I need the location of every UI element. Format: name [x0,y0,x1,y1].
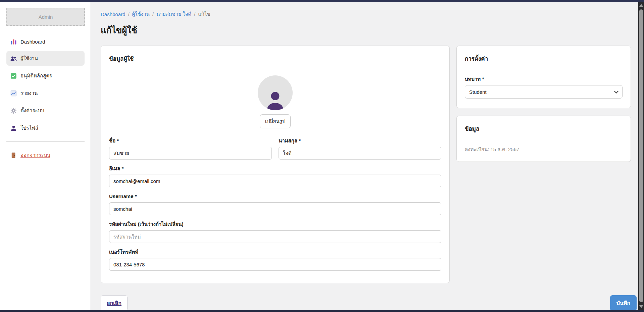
info-card-title: ข้อมูล [465,124,623,133]
settings-card: การตั้งค่า บทบาท * Student [456,46,631,108]
email-field[interactable] [109,175,441,187]
breadcrumb-link-dashboard[interactable]: Dashboard [101,11,125,17]
bar-chart-icon [10,39,17,45]
sidebar-item-reports[interactable]: รายงาน [6,86,85,101]
logout-label: ออกจากระบบ [20,151,50,159]
avatar-section: เปลี่ยนรูป [109,75,441,128]
scroll-down-icon[interactable] [639,305,643,308]
cancel-button[interactable]: ยกเลิก [101,295,128,310]
sidebar-item-label: รายงาน [20,89,38,97]
last-name-group: นามสกุล * [279,137,441,160]
page-title: แก้ไขผู้ใช้ [101,23,637,37]
breadcrumb-separator: / [128,11,129,17]
person-icon [10,125,17,131]
right-column: การตั้งค่า บทบาท * Student ข้อมูล [456,46,631,162]
phone-label: เบอร์โทรศัพท์ [109,248,441,256]
name-row: ชื่อ * นามสกุล * [109,137,441,165]
user-info-card: ข้อมูลผู้ใช้ เปลี่ยนรูป ชื่อ * [101,46,450,283]
email-group: อีเมล * [109,165,441,187]
info-card: ข้อมูล ลงทะเบียน: 15 ธ.ค. 2567 [456,116,631,162]
sidebar-item-dashboard[interactable]: Dashboard [6,35,85,48]
user-info-card-title: ข้อมูลผู้ใช้ [109,54,441,63]
app-layout: Admin Dashboard ผู้ใช้งาน อนุมัติหลักสูต… [0,2,644,310]
main-content: Dashboard / ผู้ใช้งาน / นายสมชาย ใจดี / … [90,2,644,310]
sidebar-item-profile[interactable]: โปรไฟล์ [6,121,85,135]
brand-placeholder: Admin [6,8,85,26]
password-label: รหัสผ่านใหม่ (เว้นว่างถ้าไม่เปลี่ยน) [109,221,441,228]
breadcrumb-link-user-name[interactable]: นายสมชาย ใจดี [156,10,191,18]
brand-label: Admin [39,14,53,20]
settings-card-title: การตั้งค่า [465,54,623,63]
phone-field[interactable] [109,258,441,271]
sidebar-item-approve-courses[interactable]: อนุมัติหลักสูตร [6,68,85,83]
phone-group: เบอร์โทรศัพท์ [109,248,441,271]
username-group: Username * [109,193,441,215]
sidebar-divider [6,141,85,142]
breadcrumb-separator: / [194,11,195,17]
form-actions: ยกเลิก บันทึก [101,295,637,310]
sidebar-item-users[interactable]: ผู้ใช้งาน [6,51,85,66]
sidebar-item-system-settings[interactable]: ตั้งค่าระบบ [6,103,85,118]
first-name-group: ชื่อ * [109,137,272,160]
breadcrumb-separator: / [152,11,154,17]
card-divider [465,68,623,68]
window-scrollbar[interactable] [638,2,644,310]
card-divider [109,68,441,68]
breadcrumb: Dashboard / ผู้ใช้งาน / นายสมชาย ใจดี / … [101,10,637,18]
registered-date-text: ลงทะเบียน: 15 ธ.ค. 2567 [465,145,623,153]
role-select-wrap: Student [465,85,623,99]
breadcrumb-current: แก้ไข [198,10,210,18]
breadcrumb-link-users[interactable]: ผู้ใช้งาน [132,10,150,18]
first-name-field[interactable] [109,147,272,160]
save-button[interactable]: บันทึก [610,295,637,310]
new-password-field[interactable] [109,230,441,243]
password-group: รหัสผ่านใหม่ (เว้นว่างถ้าไม่เปลี่ยน) [109,221,441,243]
sidebar: Admin Dashboard ผู้ใช้งาน อนุมัติหลักสูต… [0,2,90,310]
last-name-field[interactable] [279,147,441,160]
users-icon [10,55,17,62]
email-label: อีเมล * [109,165,441,172]
role-label: บทบาท * [465,75,623,83]
scroll-up-icon[interactable] [639,4,643,7]
line-chart-icon [10,90,17,97]
role-select[interactable]: Student [465,85,623,99]
sidebar-item-label: ตั้งค่าระบบ [20,107,44,115]
door-icon [10,152,17,159]
scrollbar-thumb[interactable] [639,9,643,302]
first-name-label: ชื่อ * [109,137,272,144]
check-icon [10,73,17,79]
logout-button[interactable]: ออกจากระบบ [6,150,85,160]
username-label: Username * [109,193,441,200]
card-divider [465,138,623,138]
avatar [258,75,293,110]
content-grid: ข้อมูลผู้ใช้ เปลี่ยนรูป ชื่อ * [101,46,637,283]
top-window-bar [0,0,644,2]
sidebar-item-label: โปรไฟล์ [20,124,38,132]
last-name-label: นามสกุล * [279,137,441,144]
sidebar-item-label: Dashboard [20,39,45,45]
bottom-window-bar [0,310,644,312]
username-field[interactable] [109,202,441,215]
sidebar-item-label: ผู้ใช้งาน [20,54,38,62]
person-silhouette-icon [265,89,286,110]
role-group: บทบาท * Student [465,75,623,99]
gear-icon [10,108,17,114]
change-photo-button[interactable]: เปลี่ยนรูป [260,114,291,128]
sidebar-item-label: อนุมัติหลักสูตร [20,72,52,80]
